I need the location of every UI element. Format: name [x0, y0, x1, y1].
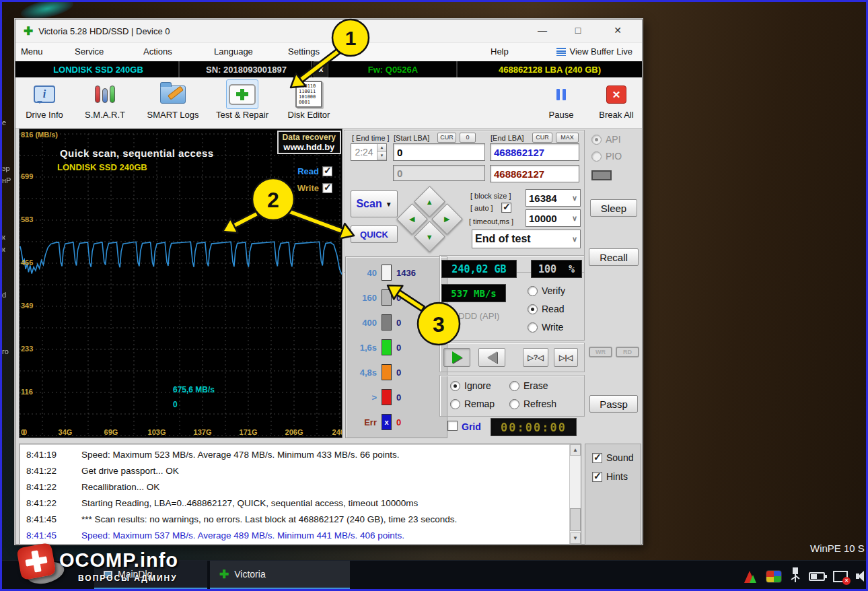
- end-lba-max-button[interactable]: MAX: [556, 133, 579, 143]
- drive-firmware: Fw: Q0526A: [330, 61, 458, 77]
- menu-actions[interactable]: Actions: [143, 46, 172, 57]
- sleep-button[interactable]: Sleep: [590, 199, 637, 217]
- radio-icon[interactable]: [528, 286, 538, 296]
- sound-checkbox-row[interactable]: Sound: [592, 452, 633, 463]
- block-counters-panel: 401436160040001,6s04,8s0>0Errx0: [345, 256, 447, 438]
- serial-close-button[interactable]: x: [314, 61, 328, 77]
- maximize-button[interactable]: □: [570, 22, 586, 38]
- menu-help[interactable]: Help: [491, 46, 509, 57]
- start-lba-zero-button[interactable]: 0: [460, 133, 476, 143]
- tray-display-icon[interactable]: [766, 570, 782, 583]
- end-lba-cur-button[interactable]: CUR: [532, 133, 552, 143]
- radio-icon[interactable]: [509, 399, 519, 409]
- rd-button[interactable]: RD: [616, 347, 639, 357]
- recall-button[interactable]: Recall: [589, 248, 639, 266]
- end-time-spinner[interactable]: 2:24 ▲▼: [351, 143, 387, 161]
- timeout-select[interactable]: 10000∨: [526, 209, 581, 227]
- counter-row-4,8s: 4,8s0: [350, 363, 401, 381]
- minimize-button[interactable]: —: [534, 22, 550, 38]
- end-lba-input[interactable]: 468862127: [490, 143, 579, 161]
- action-radio-erase[interactable]: Erase: [509, 380, 548, 391]
- menu-language[interactable]: Language: [214, 46, 253, 57]
- start-lba-cur-button[interactable]: CUR: [437, 133, 456, 143]
- hints-checkbox-row[interactable]: Hints: [592, 471, 628, 482]
- tray-network-icon[interactable]: [833, 571, 848, 582]
- end-lba-label: [End LBA]: [491, 134, 524, 142]
- write-checkbox-row[interactable]: Write: [297, 183, 332, 193]
- play-forward-button[interactable]: [443, 348, 470, 367]
- loop-question-button[interactable]: ▷?◁: [523, 348, 548, 367]
- chevron-down-icon: ∨: [572, 194, 577, 203]
- write-checkbox[interactable]: [322, 183, 332, 193]
- mode-radio-verify[interactable]: Verify: [528, 285, 565, 296]
- action-radio-remap[interactable]: Remap: [450, 398, 495, 409]
- scrollbar-thumb[interactable]: [570, 508, 581, 531]
- read-checkbox-row[interactable]: Read: [297, 166, 332, 176]
- drive-info-button[interactable]: i Drive Info: [15, 79, 73, 120]
- view-buffer-live[interactable]: View Buffer Live: [556, 46, 632, 57]
- speed-lcd: 537 MB/s: [441, 284, 506, 302]
- taskbar-item-victoria[interactable]: ✚ Victoria: [210, 561, 350, 590]
- to-end-button[interactable]: ▷|◁: [554, 348, 578, 367]
- pause-icon: [556, 89, 566, 100]
- radio-icon[interactable]: [450, 399, 460, 409]
- title-bar[interactable]: ✚ Victoria 5.28 HDD/SSD | Device 0 — □ ✕: [15, 20, 642, 42]
- close-button[interactable]: ✕: [610, 22, 626, 38]
- log-scrollbar[interactable]: ▲ ▼: [569, 444, 581, 544]
- tray-usb-icon[interactable]: [790, 567, 801, 585]
- sound-checkbox[interactable]: [592, 453, 602, 463]
- log-row: 8:41:22Starting Reading, LBA=0..46886212…: [20, 495, 569, 511]
- smart-logs-button[interactable]: SMART Logs: [138, 79, 208, 120]
- log-row: 8:41:19Speed: Maximum 523 MB/s. Average …: [20, 446, 569, 462]
- red-cross-badge-icon: [16, 543, 57, 580]
- mode-radio-write[interactable]: Write: [528, 322, 563, 333]
- wr-button[interactable]: WR: [589, 347, 612, 357]
- auto-checkbox[interactable]: [501, 203, 511, 213]
- radio-icon[interactable]: [509, 381, 519, 391]
- tray-graphics-icon[interactable]: [743, 569, 758, 583]
- radio-icon[interactable]: [528, 304, 538, 314]
- ddd-checkbox[interactable]: [443, 310, 454, 320]
- hints-checkbox[interactable]: [592, 472, 602, 482]
- play-backward-button[interactable]: [478, 348, 505, 367]
- desktop-text-fragment: го: [2, 347, 9, 355]
- tray-speaker-icon[interactable]: [856, 570, 865, 582]
- log-row: 8:41:22Recallibration... OK: [20, 479, 569, 495]
- pause-button[interactable]: Pause: [539, 79, 583, 120]
- radio-icon[interactable]: [528, 322, 538, 333]
- tray-battery-icon[interactable]: [809, 572, 825, 581]
- read-checkbox[interactable]: [322, 166, 332, 176]
- mode-radio-read[interactable]: Read: [528, 304, 564, 314]
- radio-icon[interactable]: [450, 381, 460, 391]
- passp-button[interactable]: Passp: [589, 395, 638, 413]
- menu-service[interactable]: Service: [75, 46, 104, 57]
- action-radio-refresh[interactable]: Refresh: [509, 398, 556, 409]
- api-radio[interactable]: [591, 135, 602, 145]
- scroll-down-icon[interactable]: ▼: [570, 532, 581, 544]
- pio-radio[interactable]: [591, 151, 602, 162]
- elapsed-timer-lcd: 00:00:00: [491, 418, 577, 436]
- menu-menu[interactable]: Menu: [21, 46, 43, 57]
- chevron-down-icon: ∨: [572, 235, 577, 244]
- start-lba-input[interactable]: 0: [393, 143, 485, 161]
- quick-button[interactable]: QUICK: [351, 225, 398, 243]
- drive-model: LONDISK SSD 240GB: [18, 61, 180, 77]
- spinner-arrows-icon[interactable]: ▲▼: [377, 144, 386, 160]
- pio-radio-row[interactable]: PIO: [591, 151, 622, 162]
- api-radio-row[interactable]: API: [591, 134, 621, 145]
- grid-checkbox[interactable]: [447, 421, 458, 431]
- min-speed-label: 0: [173, 400, 178, 409]
- block-size-select[interactable]: 16384∨: [526, 189, 581, 207]
- scroll-up-icon[interactable]: ▲: [570, 444, 581, 456]
- y-tick-label: 699: [21, 172, 33, 180]
- test-repair-button[interactable]: Test & Repair: [209, 79, 275, 120]
- stop-x-icon: ✕: [606, 85, 626, 104]
- smart-button[interactable]: S.M.A.R.T: [75, 79, 135, 120]
- menu-settings[interactable]: Settings: [288, 46, 320, 57]
- action-radio-ignore[interactable]: Ignore: [450, 380, 491, 391]
- scan-menu-button[interactable]: Scan ▼: [351, 190, 398, 217]
- end-of-test-select[interactable]: End of test∨: [472, 230, 581, 248]
- disk-editor-button[interactable]: 010110 110011 101000 0001 Disk Editor: [278, 79, 340, 120]
- break-all-button[interactable]: ✕ Break All: [591, 79, 641, 120]
- mode-radio-group: VerifyReadWrite: [528, 285, 584, 341]
